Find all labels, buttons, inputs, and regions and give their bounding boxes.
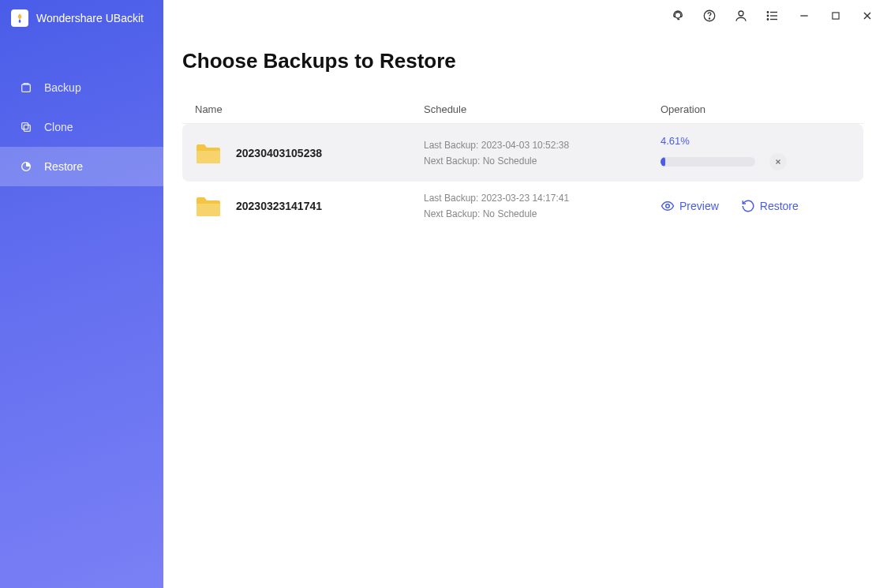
cancel-button[interactable] xyxy=(769,153,787,170)
sidebar-item-backup[interactable]: Backup xyxy=(0,68,163,107)
backup-row[interactable]: 20230323141741 Last Backup: 2023-03-23 1… xyxy=(182,182,863,230)
sidebar: Wondershare UBackit Backup Clone Restore xyxy=(0,0,163,588)
app-header: Wondershare UBackit xyxy=(0,0,163,36)
svg-rect-15 xyxy=(833,13,839,19)
progress-fill xyxy=(661,157,665,167)
next-backup: Next Backup: No Schedule xyxy=(424,155,661,167)
sidebar-item-label: Restore xyxy=(44,160,83,173)
svg-point-12 xyxy=(767,15,769,17)
titlebar xyxy=(163,0,887,32)
svg-point-13 xyxy=(767,19,769,21)
user-icon[interactable] xyxy=(734,9,748,23)
column-name: Name xyxy=(195,103,424,115)
restore-button[interactable]: Restore xyxy=(741,199,799,213)
folder-icon xyxy=(195,141,222,165)
column-schedule: Schedule xyxy=(424,103,661,115)
svg-rect-0 xyxy=(22,84,31,92)
list-header: Name Schedule Operation xyxy=(182,96,863,124)
folder-icon xyxy=(195,194,222,218)
list-icon[interactable] xyxy=(765,9,780,23)
last-backup: Last Backup: 2023-03-23 14:17:41 xyxy=(424,193,661,204)
minimize-icon[interactable] xyxy=(797,9,811,23)
backup-row[interactable]: 20230403105238 Last Backup: 2023-04-03 1… xyxy=(182,124,863,182)
svg-point-4 xyxy=(675,13,681,19)
clone-icon xyxy=(19,120,33,134)
svg-point-7 xyxy=(739,11,743,16)
svg-rect-2 xyxy=(22,123,28,129)
last-backup: Last Backup: 2023-04-03 10:52:38 xyxy=(424,140,661,151)
next-backup: Next Backup: No Schedule xyxy=(424,208,661,219)
close-icon[interactable] xyxy=(860,9,874,23)
preview-label: Preview xyxy=(679,200,719,212)
main: Choose Backups to Restore Name Schedule … xyxy=(163,0,887,588)
app-title: Wondershare UBackit xyxy=(36,12,144,24)
preview-button[interactable]: Preview xyxy=(661,199,719,213)
sidebar-item-label: Clone xyxy=(44,121,73,133)
restore-icon xyxy=(19,159,33,174)
app-logo-icon xyxy=(11,9,28,27)
restore-label: Restore xyxy=(760,200,799,212)
svg-point-11 xyxy=(767,12,769,13)
help-icon[interactable] xyxy=(702,9,717,23)
backup-icon xyxy=(19,81,33,95)
svg-rect-1 xyxy=(24,125,30,131)
column-operation: Operation xyxy=(661,103,851,115)
progress-bar xyxy=(661,157,755,167)
backup-name: 20230323141741 xyxy=(236,200,322,212)
backup-name: 20230403105238 xyxy=(236,147,322,159)
progress-percent: 4.61% xyxy=(661,135,851,147)
support-icon[interactable] xyxy=(671,9,685,23)
sidebar-item-restore[interactable]: Restore xyxy=(0,147,163,186)
sidebar-item-clone[interactable]: Clone xyxy=(0,107,163,147)
page-title: Choose Backups to Restore xyxy=(182,49,863,73)
maximize-icon[interactable] xyxy=(829,9,843,23)
sidebar-item-label: Backup xyxy=(44,81,81,94)
svg-point-6 xyxy=(709,18,709,19)
nav: Backup Clone Restore xyxy=(0,68,163,186)
content: Choose Backups to Restore Name Schedule … xyxy=(163,32,887,230)
svg-point-20 xyxy=(666,204,670,208)
